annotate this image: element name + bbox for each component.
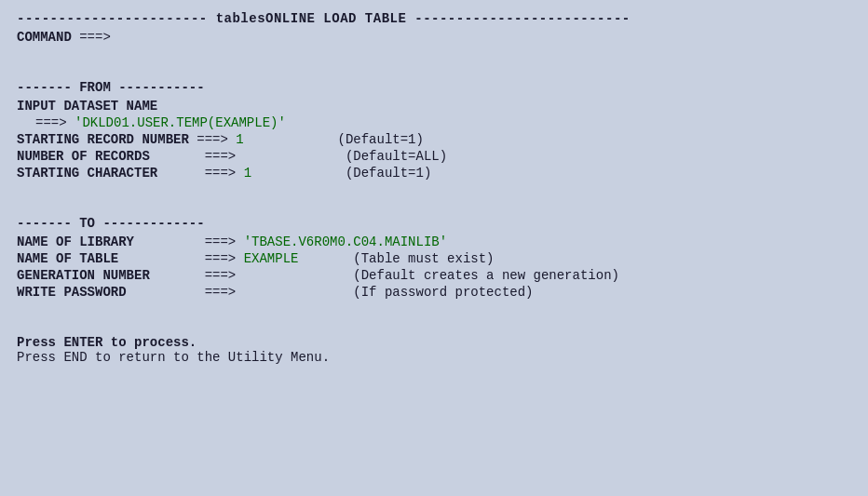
starting-char-arrow: ===> [197, 166, 243, 181]
table-name-arrow: ===> [197, 251, 243, 266]
starting-char-label: STARTING CHARACTER [17, 166, 197, 181]
command-label: COMMAND [17, 30, 72, 45]
input-dataset-label-row: INPUT DATASET NAME [17, 99, 851, 114]
num-records-value[interactable] [244, 149, 346, 164]
generation-value[interactable] [244, 268, 354, 283]
library-label: NAME OF LIBRARY [17, 235, 197, 249]
press-enter-text: Press ENTER to process. [17, 335, 851, 350]
starting-record-arrow: ===> [189, 132, 236, 147]
table-name-default: (Table must exist) [353, 251, 494, 266]
input-dataset-arrow: ===> [35, 115, 67, 130]
num-records-row: NUMBER OF RECORDS ===> (Default=ALL) [17, 149, 851, 164]
input-dataset-value-row: ===> 'DKLD01.USER.TEMP(EXAMPLE)' [17, 115, 851, 130]
starting-char-row: STARTING CHARACTER ===> 1 (Default=1) [17, 166, 851, 181]
password-default: (If password protected) [353, 285, 533, 300]
password-value[interactable] [244, 285, 354, 300]
input-dataset-value[interactable]: 'DKLD01.USER.TEMP(EXAMPLE)' [67, 115, 286, 130]
num-records-label: NUMBER OF RECORDS [17, 149, 197, 164]
library-arrow: ===> [197, 235, 243, 249]
input-dataset-label: INPUT DATASET NAME [17, 99, 157, 114]
starting-record-value[interactable]: 1 [236, 132, 337, 147]
starting-char-value[interactable]: 1 [244, 166, 346, 181]
table-name-label: NAME OF TABLE [17, 251, 197, 266]
password-label: WRITE PASSWORD [17, 285, 197, 300]
main-screen: ----------------------- tablesONLINE LOA… [0, 0, 868, 496]
table-name-row: NAME OF TABLE ===> EXAMPLE (Table must e… [17, 251, 851, 266]
generation-label: GENERATION NUMBER [17, 268, 197, 283]
starting-record-row: STARTING RECORD NUMBER ===> 1 (Default=1… [17, 132, 851, 147]
command-arrow: ===> [72, 30, 111, 45]
library-value[interactable]: 'TBASE.V6R0M0.C04.MAINLIB' [244, 235, 447, 249]
num-records-default: (Default=ALL) [346, 149, 447, 164]
generation-default: (Default creates a new generation) [353, 268, 619, 283]
command-row: COMMAND ===> [17, 30, 851, 45]
generation-arrow: ===> [197, 268, 243, 283]
starting-record-label: STARTING RECORD NUMBER [17, 132, 189, 147]
press-end-text: Press END to return to the Utility Menu. [17, 350, 851, 365]
table-name-value[interactable]: EXAMPLE [244, 251, 354, 266]
starting-char-default: (Default=1) [346, 166, 431, 181]
library-row: NAME OF LIBRARY ===> 'TBASE.V6R0M0.C04.M… [17, 235, 851, 249]
to-section-header: ------- TO ------------- [17, 216, 851, 231]
screen-title: ----------------------- tablesONLINE LOA… [17, 11, 851, 26]
from-section-header: ------- FROM ----------- [17, 80, 851, 95]
password-arrow: ===> [197, 285, 243, 300]
command-value[interactable] [111, 30, 118, 45]
num-records-arrow: ===> [197, 149, 243, 164]
starting-record-default: (Default=1) [337, 132, 423, 147]
password-row: WRITE PASSWORD ===> (If password protect… [17, 285, 851, 300]
generation-row: GENERATION NUMBER ===> (Default creates … [17, 268, 851, 283]
